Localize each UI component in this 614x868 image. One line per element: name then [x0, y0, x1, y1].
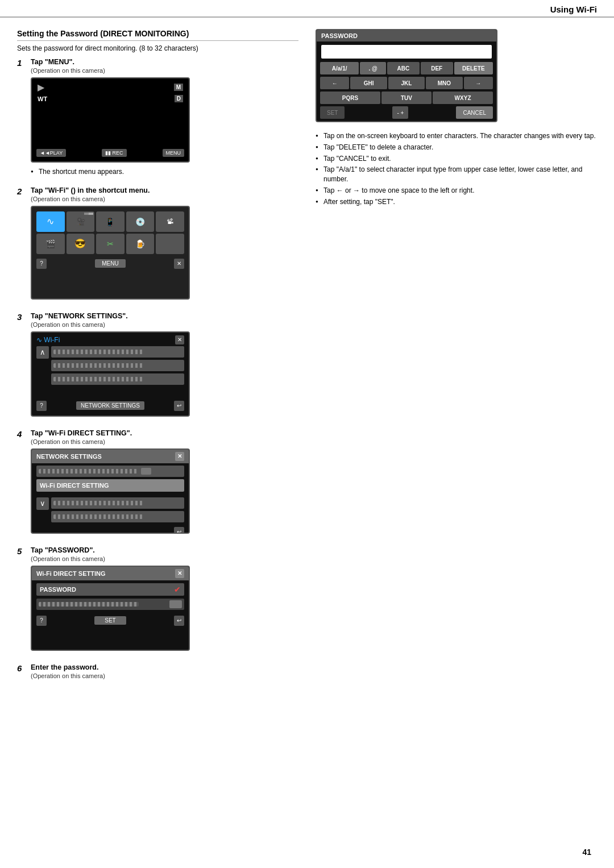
key-left-arrow[interactable]: ←: [320, 77, 349, 89]
camera-screen-4: NETWORK SETTINGS ✕ Wi-Fi DIRECT SETTING: [31, 448, 190, 534]
rec-button[interactable]: ▮▮ REC: [102, 149, 127, 157]
back-btn-5[interactable]: ↩: [174, 616, 184, 626]
wifi-icon-btn[interactable]: ∿: [36, 211, 65, 232]
step-2-label: Tap "Wi-Fi" () in the shortcut menu.: [31, 186, 298, 194]
down-btn-4[interactable]: ∨: [36, 497, 49, 510]
cup-icon-btn[interactable]: 🍺: [126, 234, 155, 254]
wifi-direct-setting-btn[interactable]: Wi-Fi DIRECT SETTING: [36, 479, 184, 492]
help-btn-3[interactable]: ?: [36, 401, 47, 411]
scissors-icon-btn[interactable]: ✂: [96, 234, 125, 254]
back-btn-3[interactable]: ↩: [174, 401, 184, 411]
lower-list: [51, 497, 184, 525]
right-bullet-5: Tap ← or → to move one space to the left…: [316, 186, 597, 196]
close-btn-5[interactable]: ✕: [175, 569, 184, 578]
camera-screen-2: ∿ 🎥 📱: [31, 206, 190, 300]
step-5-label: Tap "PASSWORD".: [31, 546, 298, 554]
d-badge: D: [175, 95, 183, 102]
step-4-content: Tap "Wi-Fi DIRECT SETTING". (Operation o…: [31, 429, 298, 538]
close-btn[interactable]: ✕: [175, 335, 184, 344]
step-4-label: Tap "Wi-Fi DIRECT SETTING".: [31, 429, 298, 437]
right-column: PASSWORD A/a/1/ . @ ABC DEF DELETE ← GHI…: [310, 29, 597, 691]
disc-icon-btn[interactable]: 💿: [126, 211, 155, 232]
key-mno[interactable]: MNO: [426, 77, 462, 89]
camera-screen-1: ▶ M WT D ◄◄PLAY ▮▮ REC: [31, 77, 190, 163]
section-title: Setting the Password (DIRECT MONITORING): [17, 29, 298, 41]
camera-screen-5: Wi-Fi DIRECT SETTING ✕ PASSWORD ✔ ? SET: [31, 566, 190, 651]
step-5-content: Tap "PASSWORD". (Operation on this camer…: [31, 546, 298, 655]
page-title: Using Wi-Fi: [550, 5, 597, 14]
close-icon[interactable]: ✕: [174, 259, 184, 269]
netsettings-list: Wi-Fi DIRECT SETTING: [32, 463, 189, 496]
keyboard-row-2: ← GHI JKL MNO →: [317, 77, 496, 90]
keyboard-row-3: PQRS TUV WXYZ: [317, 92, 496, 105]
key-minus-plus[interactable]: - +: [392, 106, 408, 119]
key-def[interactable]: DEF: [421, 62, 453, 74]
wifidirect-header: Wi-Fi DIRECT SETTING ✕: [32, 567, 189, 580]
netsettings-header: NETWORK SETTINGS ✕: [32, 450, 189, 463]
wt-label: WT: [38, 95, 47, 102]
up-btn[interactable]: ∧: [36, 346, 49, 359]
right-bullets: Tap on the on-screen keyboard to enter c…: [316, 131, 597, 207]
right-bullet-2: Tap "DELETE" to delete a character.: [316, 143, 597, 152]
key-dot-at[interactable]: . @: [360, 62, 386, 74]
key-tuv[interactable]: TUV: [381, 92, 432, 104]
key-aa1[interactable]: A/a/1/: [320, 62, 359, 74]
page-header: Using Wi-Fi: [0, 0, 614, 18]
face-icon-btn[interactable]: 😎: [67, 234, 95, 254]
key-cancel[interactable]: CANCEL: [456, 106, 493, 119]
step-5-number: 5: [17, 546, 27, 556]
help-icon[interactable]: ?: [36, 259, 47, 269]
step-3-sublabel: (Operation on this camera): [31, 321, 298, 328]
step-5: 5 Tap "PASSWORD". (Operation on this cam…: [17, 546, 298, 655]
pwd-input[interactable]: [321, 45, 492, 59]
right-bullet-list: Tap on the on-screen keyboard to enter c…: [316, 131, 597, 207]
step-1: 1 Tap "MENU". (Operation on this camera)…: [17, 58, 298, 178]
key-delete[interactable]: DELETE: [454, 62, 493, 74]
right-bullet-3: Tap "CANCEL" to exit.: [316, 154, 597, 164]
keyboard-bottom-row: SET - + CANCEL: [317, 105, 496, 121]
step-3: 3 Tap "NETWORK SETTINGS". (Operation on …: [17, 312, 298, 421]
key-set[interactable]: SET: [320, 106, 345, 119]
monitor-icon-btn[interactable]: 📽: [156, 211, 184, 232]
help-btn-5[interactable]: ?: [36, 616, 47, 626]
step-2-sublabel: (Operation on this camera): [31, 196, 298, 202]
step-6: 6 Enter the password. (Operation on this…: [17, 663, 298, 683]
key-pqrs[interactable]: PQRS: [320, 92, 380, 104]
menu-button[interactable]: MENU: [163, 149, 185, 157]
bullet-shortcut: The shortcut menu appears.: [31, 167, 298, 177]
camera-icon-btn[interactable]: 🎥: [67, 211, 95, 232]
step-2-content: Tap "Wi-Fi" () in the shortcut menu. (Op…: [31, 186, 298, 304]
set-btn-5[interactable]: SET: [94, 616, 126, 625]
checkmark-icon: ✔: [174, 585, 181, 594]
network-settings-btn[interactable]: NETWORK SETTINGS: [76, 401, 144, 410]
key-wxyz[interactable]: WXYZ: [433, 92, 493, 104]
wifi-list-area: ∧: [32, 346, 189, 387]
page-number: 41: [582, 848, 591, 857]
right-bullet-6: After setting, tap "SET".: [316, 197, 597, 207]
play-button[interactable]: ◄◄PLAY: [36, 149, 66, 157]
close-btn-4[interactable]: ✕: [175, 452, 184, 461]
left-column: Setting the Password (DIRECT MONITORING)…: [17, 29, 298, 691]
step-1-number: 1: [17, 58, 27, 68]
step-1-bullets: The shortcut menu appears.: [31, 167, 298, 177]
key-jkl[interactable]: JKL: [388, 77, 425, 89]
step-6-number: 6: [17, 663, 27, 673]
key-ghi[interactable]: GHI: [350, 77, 387, 89]
film-icon-btn[interactable]: 🎬: [36, 234, 65, 254]
step-4-sublabel: (Operation on this camera): [31, 438, 298, 445]
step-1-sublabel: (Operation on this camera): [31, 67, 298, 74]
step-4: 4 Tap "Wi-Fi DIRECT SETTING". (Operation…: [17, 429, 298, 538]
menu-btn[interactable]: MENU: [95, 259, 125, 268]
key-abc[interactable]: ABC: [387, 62, 420, 74]
step-1-content: Tap "MENU". (Operation on this camera) ▶…: [31, 58, 298, 178]
section-intro: Sets the password for direct monitoring.…: [17, 44, 298, 52]
empty-icon-btn: [156, 234, 184, 254]
step-6-sublabel: (Operation on this camera): [31, 672, 298, 679]
wifi-label: ∿ Wi-Fi: [36, 336, 60, 344]
tablet-icon-btn[interactable]: 📱: [96, 211, 125, 232]
step-1-label: Tap "MENU".: [31, 58, 298, 66]
key-right-arrow[interactable]: →: [464, 77, 493, 89]
password-row[interactable]: PASSWORD ✔: [36, 583, 184, 596]
pwd-header: PASSWORD: [317, 30, 496, 41]
back-btn-4[interactable]: ↩: [174, 527, 184, 534]
